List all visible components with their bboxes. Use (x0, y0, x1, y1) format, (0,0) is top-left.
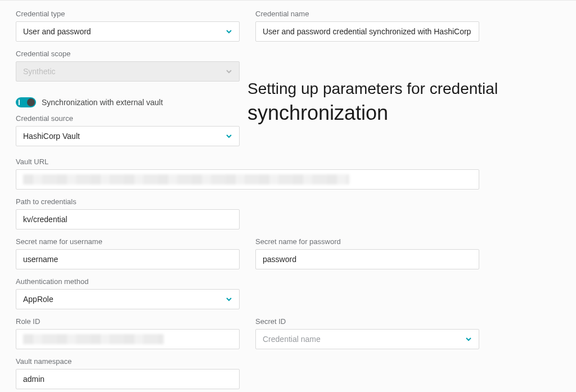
sync-toggle[interactable] (16, 97, 36, 107)
sync-toggle-label: Synchronization with external vault (42, 98, 163, 107)
role-id-label: Role ID (16, 317, 240, 326)
page-heading-line2: synchronization (248, 101, 562, 125)
credential-scope-value: Synthetic (23, 67, 56, 76)
page-heading: Setting up parameters for credential syn… (248, 79, 562, 125)
redacted-content (23, 174, 349, 184)
auth-method-label: Authentication method (16, 277, 240, 286)
secret-password-field: Secret name for password password (255, 237, 479, 269)
credential-name-input[interactable]: User and password credential synchronize… (255, 21, 479, 42)
credential-name-value: User and password credential synchronize… (263, 27, 471, 36)
secret-password-value: password (263, 255, 296, 264)
secret-password-input[interactable]: password (255, 249, 479, 269)
chevron-down-icon (465, 336, 472, 343)
secret-id-placeholder: Credential name (263, 335, 321, 344)
chevron-down-icon (226, 68, 232, 75)
secret-id-select[interactable]: Credential name (255, 329, 479, 349)
auth-method-field: Authentication method AppRole (16, 277, 240, 309)
page-heading-line1: Setting up parameters for credential (248, 79, 562, 98)
chevron-down-icon (226, 296, 232, 303)
credential-scope-field: Credential scope Synthetic (16, 49, 240, 82)
credential-source-field: Credential source HashiCorp Vault (16, 114, 240, 146)
credential-scope-select: Synthetic (16, 61, 240, 82)
credential-source-value: HashiCorp Vault (23, 132, 80, 141)
credential-type-select[interactable]: User and password (16, 21, 240, 42)
auth-method-select[interactable]: AppRole (16, 289, 240, 309)
path-to-credentials-field: Path to credentials kv/credential (16, 197, 240, 229)
vault-url-label: Vault URL (16, 157, 560, 166)
role-id-input[interactable] (16, 329, 240, 349)
secret-id-field: Secret ID Credential name (255, 317, 479, 349)
credential-scope-label: Credential scope (16, 49, 240, 58)
secret-username-value: username (23, 255, 58, 264)
path-to-credentials-label: Path to credentials (16, 197, 240, 206)
chevron-down-icon (226, 133, 232, 139)
credential-type-label: Credential type (16, 10, 240, 18)
credential-name-field: Credential name User and password creden… (255, 10, 479, 42)
credential-type-value: User and password (23, 27, 91, 36)
vault-url-field: Vault URL (16, 157, 560, 190)
path-to-credentials-value: kv/credential (23, 215, 68, 224)
secret-password-label: Secret name for password (255, 237, 479, 246)
credential-source-select[interactable]: HashiCorp Vault (16, 126, 240, 146)
vault-namespace-field: Vault namespace admin (16, 357, 240, 389)
secret-username-input[interactable]: username (16, 249, 240, 269)
path-to-credentials-input[interactable]: kv/credential (16, 209, 240, 229)
role-id-field: Role ID (16, 317, 240, 349)
vault-namespace-input[interactable]: admin (16, 369, 240, 389)
credential-type-field: Credential type User and password (16, 10, 240, 42)
vault-url-input[interactable] (16, 169, 479, 190)
chevron-down-icon (226, 28, 232, 35)
auth-method-value: AppRole (23, 295, 53, 304)
credential-source-label: Credential source (16, 114, 240, 123)
redacted-content (23, 334, 164, 344)
vault-namespace-value: admin (23, 375, 44, 384)
secret-id-label: Secret ID (255, 317, 479, 326)
credential-name-label: Credential name (255, 10, 479, 18)
vault-namespace-label: Vault namespace (16, 357, 240, 366)
secret-username-field: Secret name for username username (16, 237, 240, 269)
secret-username-label: Secret name for username (16, 237, 240, 246)
